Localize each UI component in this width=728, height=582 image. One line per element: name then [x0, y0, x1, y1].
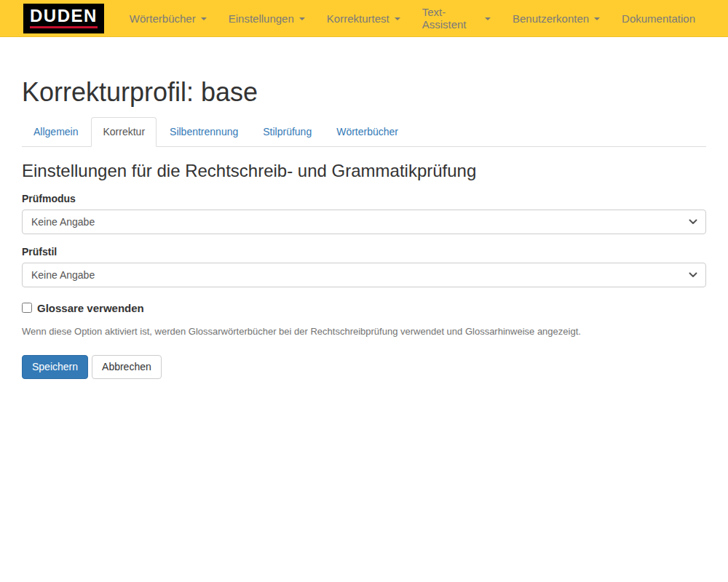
nav-li-korrekturtest: Korrekturtest	[316, 0, 411, 36]
nav-item-woerterbuecher[interactable]: Wörterbücher	[119, 0, 218, 36]
nav-item-text-assistent[interactable]: Text-Assistent	[411, 0, 502, 36]
nav-li-einstellungen: Einstellungen	[218, 0, 316, 36]
page-title: Korrekturprofil: base	[22, 78, 706, 107]
navbar-content: DUDEN WörterbücherEinstellungenKorrektur…	[11, 0, 717, 36]
nav-item-dokumentation[interactable]: Dokumentation	[611, 0, 706, 36]
tab-korrektur[interactable]: Korrektur	[91, 117, 157, 148]
tab-woerterbuecher[interactable]: Wörterbücher	[325, 117, 410, 148]
tab-stilpruefung[interactable]: Stilprüfung	[251, 117, 323, 148]
pruefstil-group: Prüfstil Keine Angabe	[22, 246, 706, 287]
tab-li-stilpruefung: Stilprüfung	[251, 117, 325, 148]
chevron-down-icon	[594, 17, 600, 20]
main-content: Korrekturprofil: base AllgemeinKorrektur…	[11, 78, 717, 379]
glossare-checkbox[interactable]	[22, 303, 32, 313]
top-navbar: DUDEN WörterbücherEinstellungenKorrektur…	[0, 0, 728, 37]
nav-li-dokumentation: Dokumentation	[611, 0, 706, 36]
chevron-down-icon	[201, 17, 207, 20]
section-heading: Einstellungen für die Rechtschreib- und …	[22, 162, 706, 180]
nav-li-benutzerkonten: Benutzerkonten	[502, 0, 611, 36]
nav-item-benutzerkonten[interactable]: Benutzerkonten	[502, 0, 611, 36]
nav-item-label: Wörterbücher	[130, 12, 196, 25]
pruefstil-label: Prüfstil	[22, 246, 706, 258]
cancel-button[interactable]: Abbrechen	[92, 355, 162, 380]
tab-li-korrektur: Korrektur	[91, 117, 158, 148]
pruefmodus-select[interactable]: Keine Angabe	[22, 210, 706, 234]
glossare-label-text: Glossare verwenden	[37, 302, 144, 314]
tab-li-woerterbuecher: Wörterbücher	[325, 117, 411, 148]
chevron-down-icon	[485, 17, 491, 20]
nav-item-label: Korrekturtest	[327, 12, 389, 25]
duden-logo[interactable]: DUDEN	[23, 4, 104, 33]
pruefstil-select-wrap: Keine Angabe	[22, 263, 706, 287]
glossare-help-text: Wenn diese Option aktiviert ist, werden …	[22, 325, 706, 338]
form-actions: Speichern Abbrechen	[22, 355, 706, 380]
nav-item-label: Einstellungen	[229, 12, 294, 25]
pruefmodus-label: Prüfmodus	[22, 193, 706, 204]
nav-item-label: Benutzerkonten	[513, 12, 589, 25]
profile-tabs: AllgemeinKorrekturSilbentrennungStilprüf…	[22, 117, 706, 148]
tab-li-allgemein: Allgemein	[22, 117, 91, 148]
glossare-checkbox-label[interactable]: Glossare verwenden	[22, 302, 144, 314]
pruefmodus-select-wrap: Keine Angabe	[22, 210, 706, 234]
nav-li-woerterbuecher: Wörterbücher	[119, 0, 218, 36]
tab-li-silbentrennung: Silbentrennung	[158, 117, 251, 148]
glossare-group: Glossare verwenden Wenn diese Option akt…	[22, 302, 706, 339]
pruefstil-select[interactable]: Keine Angabe	[22, 263, 706, 287]
nav-item-einstellungen[interactable]: Einstellungen	[218, 0, 316, 36]
nav-item-korrekturtest[interactable]: Korrekturtest	[316, 0, 411, 36]
chevron-down-icon	[299, 17, 305, 20]
navbar-menu: WörterbücherEinstellungenKorrekturtestTe…	[119, 0, 706, 36]
nav-li-text-assistent: Text-Assistent	[411, 0, 502, 36]
chevron-down-icon	[395, 17, 400, 20]
pruefmodus-group: Prüfmodus Keine Angabe	[22, 193, 706, 234]
tab-allgemein[interactable]: Allgemein	[22, 117, 90, 148]
tab-silbentrennung[interactable]: Silbentrennung	[158, 117, 250, 148]
save-button[interactable]: Speichern	[22, 355, 88, 380]
duden-logo-text: DUDEN	[30, 7, 98, 28]
nav-item-label: Dokumentation	[622, 12, 695, 25]
nav-item-label: Text-Assistent	[422, 6, 480, 31]
